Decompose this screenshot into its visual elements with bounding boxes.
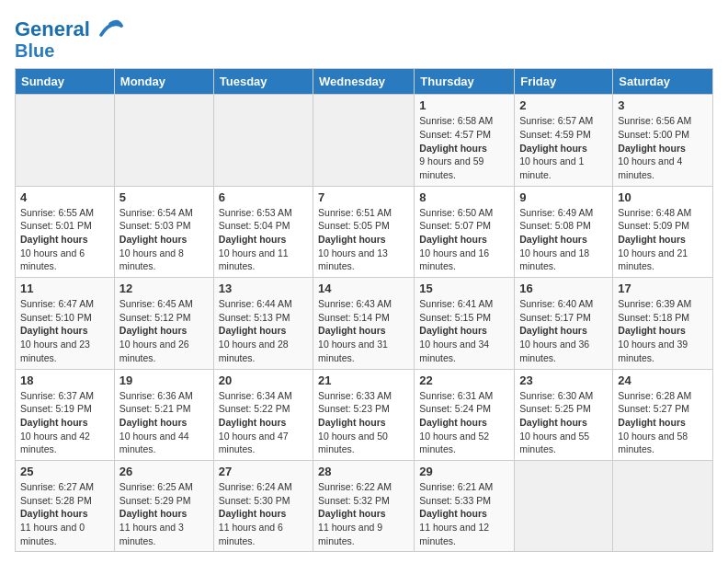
day-number: 18 bbox=[20, 373, 109, 387]
calendar-cell: 1Sunrise: 6:58 AMSunset: 4:57 PMDaylight… bbox=[415, 95, 515, 186]
col-header-thursday: Thursday bbox=[415, 69, 515, 95]
day-info: Sunrise: 6:49 AMSunset: 5:08 PMDaylight … bbox=[519, 206, 608, 273]
calendar-cell: 3Sunrise: 6:56 AMSunset: 5:00 PMDaylight… bbox=[613, 95, 713, 186]
day-info: Sunrise: 6:40 AMSunset: 5:17 PMDaylight … bbox=[519, 297, 608, 364]
day-info: Sunrise: 6:33 AMSunset: 5:23 PMDaylight … bbox=[318, 389, 409, 456]
logo-text: General bbox=[15, 18, 123, 40]
day-number: 17 bbox=[618, 282, 708, 295]
day-number: 12 bbox=[119, 282, 209, 295]
day-info: Sunrise: 6:25 AMSunset: 5:29 PMDaylight … bbox=[119, 480, 209, 547]
day-number: 25 bbox=[20, 465, 109, 478]
day-info: Sunrise: 6:36 AMSunset: 5:21 PMDaylight … bbox=[119, 389, 209, 456]
logo-blue: Blue bbox=[15, 40, 123, 61]
calendar-cell: 23Sunrise: 6:30 AMSunset: 5:25 PMDayligh… bbox=[515, 369, 613, 460]
day-info: Sunrise: 6:58 AMSunset: 4:57 PMDaylight … bbox=[419, 114, 509, 181]
day-number: 7 bbox=[318, 190, 409, 204]
calendar-cell: 6Sunrise: 6:53 AMSunset: 5:04 PMDaylight… bbox=[213, 186, 313, 277]
day-number: 23 bbox=[519, 373, 608, 387]
day-number: 6 bbox=[219, 190, 308, 204]
day-info: Sunrise: 6:45 AMSunset: 5:12 PMDaylight … bbox=[119, 297, 209, 364]
day-number: 22 bbox=[419, 373, 509, 387]
day-info: Sunrise: 6:50 AMSunset: 5:07 PMDaylight … bbox=[419, 206, 509, 273]
calendar-cell: 5Sunrise: 6:54 AMSunset: 5:03 PMDaylight… bbox=[114, 186, 213, 277]
calendar-cell: 20Sunrise: 6:34 AMSunset: 5:22 PMDayligh… bbox=[213, 369, 313, 460]
logo: General Blue bbox=[15, 18, 123, 61]
calendar-cell: 24Sunrise: 6:28 AMSunset: 5:27 PMDayligh… bbox=[613, 369, 713, 460]
calendar-cell: 13Sunrise: 6:44 AMSunset: 5:13 PMDayligh… bbox=[213, 278, 313, 369]
day-info: Sunrise: 6:51 AMSunset: 5:05 PMDaylight … bbox=[318, 206, 409, 273]
calendar-cell: 4Sunrise: 6:55 AMSunset: 5:01 PMDaylight… bbox=[16, 186, 115, 277]
day-number: 27 bbox=[219, 465, 308, 478]
day-number: 28 bbox=[318, 465, 409, 478]
calendar-cell: 12Sunrise: 6:45 AMSunset: 5:12 PMDayligh… bbox=[114, 278, 213, 369]
day-info: Sunrise: 6:55 AMSunset: 5:01 PMDaylight … bbox=[20, 206, 109, 273]
day-number: 21 bbox=[318, 373, 409, 387]
calendar-cell: 16Sunrise: 6:40 AMSunset: 5:17 PMDayligh… bbox=[515, 278, 613, 369]
calendar-cell: 10Sunrise: 6:48 AMSunset: 5:09 PMDayligh… bbox=[613, 186, 713, 277]
day-info: Sunrise: 6:54 AMSunset: 5:03 PMDaylight … bbox=[119, 206, 209, 273]
calendar-cell: 14Sunrise: 6:43 AMSunset: 5:14 PMDayligh… bbox=[313, 278, 415, 369]
calendar-cell: 7Sunrise: 6:51 AMSunset: 5:05 PMDaylight… bbox=[313, 186, 415, 277]
col-header-wednesday: Wednesday bbox=[313, 69, 415, 95]
calendar-cell: 29Sunrise: 6:21 AMSunset: 5:33 PMDayligh… bbox=[415, 460, 515, 551]
day-number: 2 bbox=[519, 98, 608, 112]
calendar-cell: 15Sunrise: 6:41 AMSunset: 5:15 PMDayligh… bbox=[415, 278, 515, 369]
day-number: 1 bbox=[419, 98, 509, 112]
day-number: 14 bbox=[318, 282, 409, 295]
calendar-cell: 28Sunrise: 6:22 AMSunset: 5:32 PMDayligh… bbox=[313, 460, 415, 551]
day-number: 9 bbox=[519, 190, 608, 204]
calendar-cell: 22Sunrise: 6:31 AMSunset: 5:24 PMDayligh… bbox=[415, 369, 515, 460]
day-number: 29 bbox=[419, 465, 509, 478]
day-info: Sunrise: 6:43 AMSunset: 5:14 PMDaylight … bbox=[318, 297, 409, 364]
day-info: Sunrise: 6:48 AMSunset: 5:09 PMDaylight … bbox=[618, 206, 708, 273]
calendar-cell bbox=[114, 95, 213, 186]
calendar-cell bbox=[613, 460, 713, 551]
col-header-monday: Monday bbox=[114, 69, 213, 95]
calendar-cell bbox=[313, 95, 415, 186]
day-number: 13 bbox=[219, 282, 308, 295]
day-number: 5 bbox=[119, 190, 209, 204]
day-number: 11 bbox=[20, 282, 109, 295]
col-header-saturday: Saturday bbox=[613, 69, 713, 95]
calendar-cell: 21Sunrise: 6:33 AMSunset: 5:23 PMDayligh… bbox=[313, 369, 415, 460]
day-number: 3 bbox=[618, 98, 708, 112]
calendar-cell: 18Sunrise: 6:37 AMSunset: 5:19 PMDayligh… bbox=[16, 369, 115, 460]
calendar-cell bbox=[515, 460, 613, 551]
day-info: Sunrise: 6:41 AMSunset: 5:15 PMDaylight … bbox=[419, 297, 509, 364]
day-number: 20 bbox=[219, 373, 308, 387]
col-header-friday: Friday bbox=[515, 69, 613, 95]
day-number: 16 bbox=[519, 282, 608, 295]
day-number: 8 bbox=[419, 190, 509, 204]
day-number: 15 bbox=[419, 282, 509, 295]
calendar-cell: 9Sunrise: 6:49 AMSunset: 5:08 PMDaylight… bbox=[515, 186, 613, 277]
calendar-cell bbox=[213, 95, 313, 186]
calendar-cell: 11Sunrise: 6:47 AMSunset: 5:10 PMDayligh… bbox=[16, 278, 115, 369]
day-info: Sunrise: 6:22 AMSunset: 5:32 PMDaylight … bbox=[318, 480, 409, 547]
day-info: Sunrise: 6:39 AMSunset: 5:18 PMDaylight … bbox=[618, 297, 708, 364]
calendar-cell: 26Sunrise: 6:25 AMSunset: 5:29 PMDayligh… bbox=[114, 460, 213, 551]
col-header-sunday: Sunday bbox=[16, 69, 115, 95]
day-number: 26 bbox=[119, 465, 209, 478]
calendar-cell: 17Sunrise: 6:39 AMSunset: 5:18 PMDayligh… bbox=[613, 278, 713, 369]
calendar-cell bbox=[16, 95, 115, 186]
day-info: Sunrise: 6:31 AMSunset: 5:24 PMDaylight … bbox=[419, 389, 509, 456]
day-info: Sunrise: 6:24 AMSunset: 5:30 PMDaylight … bbox=[219, 480, 308, 547]
day-number: 24 bbox=[618, 373, 708, 387]
page-header: General Blue bbox=[15, 15, 713, 61]
day-info: Sunrise: 6:47 AMSunset: 5:10 PMDaylight … bbox=[20, 297, 109, 364]
day-info: Sunrise: 6:44 AMSunset: 5:13 PMDaylight … bbox=[219, 297, 308, 364]
col-header-tuesday: Tuesday bbox=[213, 69, 313, 95]
day-info: Sunrise: 6:56 AMSunset: 5:00 PMDaylight … bbox=[618, 114, 708, 181]
day-number: 4 bbox=[20, 190, 109, 204]
calendar-cell: 19Sunrise: 6:36 AMSunset: 5:21 PMDayligh… bbox=[114, 369, 213, 460]
calendar-cell: 8Sunrise: 6:50 AMSunset: 5:07 PMDaylight… bbox=[415, 186, 515, 277]
day-info: Sunrise: 6:57 AMSunset: 4:59 PMDaylight … bbox=[519, 114, 608, 181]
day-number: 19 bbox=[119, 373, 209, 387]
day-info: Sunrise: 6:21 AMSunset: 5:33 PMDaylight … bbox=[419, 480, 509, 547]
calendar-cell: 2Sunrise: 6:57 AMSunset: 4:59 PMDaylight… bbox=[515, 95, 613, 186]
day-info: Sunrise: 6:37 AMSunset: 5:19 PMDaylight … bbox=[20, 389, 109, 456]
day-info: Sunrise: 6:27 AMSunset: 5:28 PMDaylight … bbox=[20, 480, 109, 547]
day-info: Sunrise: 6:53 AMSunset: 5:04 PMDaylight … bbox=[219, 206, 308, 273]
day-info: Sunrise: 6:30 AMSunset: 5:25 PMDaylight … bbox=[519, 389, 608, 456]
calendar-cell: 25Sunrise: 6:27 AMSunset: 5:28 PMDayligh… bbox=[16, 460, 115, 551]
